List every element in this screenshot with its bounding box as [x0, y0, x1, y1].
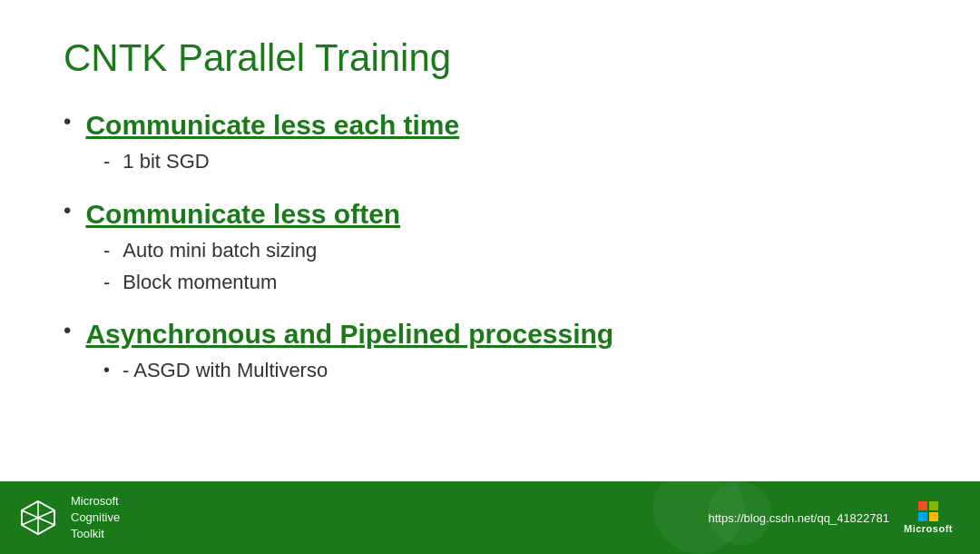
bullet-dot-1: •	[64, 107, 71, 135]
bullet-main-3: • Asynchronous and Pipelined processing	[64, 316, 916, 351]
bullet-section-2: • Communicate less often - Auto mini bat…	[64, 196, 916, 297]
sub-text-2-2: Block momentum	[122, 269, 277, 297]
bullet-section-1: • Communicate less each time - 1 bit SGD	[64, 107, 916, 176]
sub-item-2-1: - Auto mini batch sizing	[103, 237, 916, 265]
ms-red-square	[918, 501, 927, 510]
ms-green-square	[929, 501, 938, 510]
ms-label: Microsoft	[904, 523, 953, 534]
cntk-logo-icon	[18, 498, 58, 538]
heading-1: Communicate less each time	[85, 107, 459, 143]
bullet-main-1: • Communicate less each time	[64, 107, 916, 143]
footer-brand-text: Microsoft Cognitive Toolkit	[71, 493, 120, 543]
bullet-section-3: • Asynchronous and Pipelined processing …	[64, 316, 916, 385]
bullet-list: • Communicate less each time - 1 bit SGD…	[64, 107, 916, 385]
microsoft-logo: Microsoft	[904, 501, 953, 534]
slide-title: CNTK Parallel Training	[64, 36, 916, 80]
sub-bullet-dot-3-1: •	[103, 357, 110, 382]
bullet-main-2: • Communicate less often	[64, 196, 916, 232]
heading-3: Asynchronous and Pipelined processing	[85, 316, 613, 351]
footer-url: https://blog.csdn.net/qq_41822781	[709, 511, 890, 525]
ms-yellow-square	[929, 512, 938, 521]
sub-item-3-1: • - ASGD with Multiverso	[103, 357, 916, 385]
sub-text-1-1: 1 bit SGD	[122, 148, 209, 176]
ms-blue-square	[918, 512, 927, 521]
bullet-dot-2: •	[64, 196, 71, 224]
ms-grid-icon	[918, 501, 938, 521]
sub-text-2-1: Auto mini batch sizing	[122, 237, 317, 265]
slide-content: CNTK Parallel Training • Communicate les…	[0, 0, 980, 481]
footer-brand-line-2: Cognitive	[71, 509, 120, 526]
slide-container: CNTK Parallel Training • Communicate les…	[0, 0, 980, 554]
sub-dash-2-2: -	[103, 269, 110, 297]
sub-text-3-1: - ASGD with Multiverso	[122, 357, 328, 385]
footer-right: https://blog.csdn.net/qq_41822781 Micros…	[709, 501, 954, 534]
footer-brand-line-3: Toolkit	[71, 526, 120, 542]
sub-dash-2-1: -	[103, 237, 110, 265]
footer-left: Microsoft Cognitive Toolkit	[18, 493, 120, 543]
sub-item-2-2: - Block momentum	[103, 269, 916, 297]
heading-2: Communicate less often	[85, 196, 400, 232]
bullet-dot-3: •	[64, 316, 71, 344]
footer-brand-line-1: Microsoft	[71, 493, 120, 509]
slide-footer: Microsoft Cognitive Toolkit https://blog…	[0, 481, 980, 554]
sub-item-1-1: - 1 bit SGD	[103, 148, 916, 176]
sub-dash-1-1: -	[103, 148, 110, 176]
